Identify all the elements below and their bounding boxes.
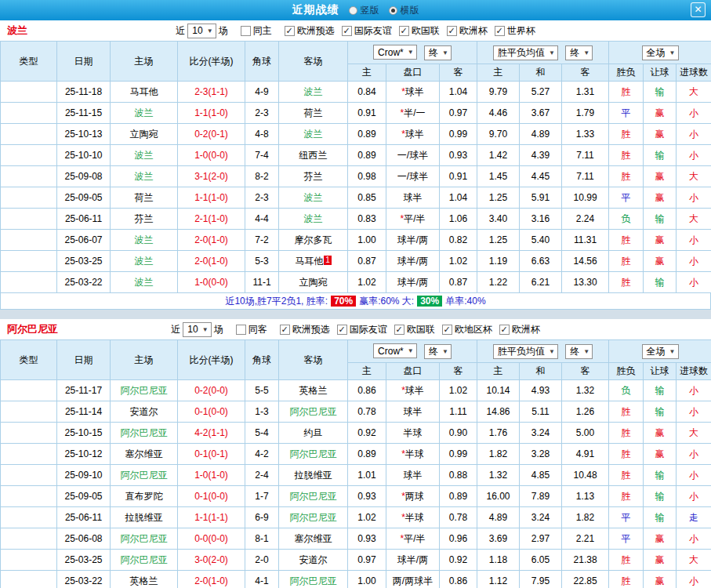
checkbox-checked-icon[interactable]: ✓ — [499, 325, 510, 335]
handicap-away-odds: 1.04 — [440, 187, 477, 209]
checkbox-checked-icon[interactable]: ✓ — [447, 26, 457, 36]
competition-label: 欧洲预选 — [292, 323, 330, 336]
match-type: 欧洲预选 — [1, 550, 57, 571]
europe-odds-value: 胜平负均值 — [498, 345, 545, 358]
corner-score: 4-1 — [245, 571, 279, 588]
checkbox-checked-icon[interactable]: ✓ — [342, 26, 352, 36]
handicap-line: *球半 — [386, 82, 440, 103]
radio-unselected-icon[interactable] — [349, 6, 357, 15]
competition-filter[interactable]: ✓欧国联 — [394, 323, 435, 336]
corner-score: 4-8 — [245, 124, 279, 145]
home-team: 波兰 — [111, 166, 178, 187]
checkbox-checked-icon[interactable]: ✓ — [442, 325, 452, 335]
sub-col-goals: 进球数 — [677, 64, 711, 82]
result-outcome: 平 — [609, 187, 644, 209]
competition-filter[interactable]: ✓欧洲预选 — [285, 24, 335, 38]
layout-mode-horizontal[interactable]: 横版 — [389, 4, 419, 17]
match-date: 25-06-08 — [57, 528, 111, 550]
recent-count-select[interactable]: 10 ▼ — [187, 24, 216, 38]
handicap-line: *球半 — [386, 380, 440, 401]
odds-company-value: Crow* — [378, 47, 404, 58]
handicap-outcome: 赢 — [644, 571, 677, 588]
win-odds: 4.89 — [477, 507, 520, 528]
competition-filter[interactable]: ✓欧洲预选 — [280, 323, 330, 336]
match-date: 25-09-10 — [57, 465, 111, 486]
match-date: 25-06-11 — [57, 209, 111, 230]
competition-filter[interactable]: ✓欧洲杯 — [447, 24, 488, 38]
handicap-outcome: 输 — [644, 465, 677, 486]
checkbox-checked-icon[interactable]: ✓ — [280, 325, 290, 335]
asterisk-mark: * — [401, 491, 405, 502]
win-odds: 4.46 — [477, 103, 520, 124]
sub-col-result: 胜负 — [609, 64, 644, 82]
chevron-down-icon: ▼ — [408, 347, 414, 354]
odds-company-select[interactable]: Crow*▼ — [373, 45, 417, 60]
odds-time-select[interactable]: 终▼ — [424, 45, 452, 60]
layout-mode-label[interactable]: 横版 — [401, 4, 419, 17]
match-row: 欧洲预选25-10-13立陶宛0-2(0-1)4-8波兰0.89*球半0.999… — [1, 124, 711, 145]
scope-select[interactable]: 全场▼ — [642, 45, 679, 60]
home-team: 波兰 — [111, 251, 178, 272]
asterisk-mark: * — [400, 213, 404, 224]
corner-score: 2-0 — [245, 550, 279, 571]
competition-filter[interactable]: ✓国际友谊 — [337, 323, 387, 336]
goals-outcome: 小 — [677, 528, 711, 550]
competition-filter[interactable]: ✓欧洲杯 — [499, 323, 540, 336]
europe-odds-select[interactable]: 胜平负均值▼ — [493, 344, 558, 359]
europe-odds-select[interactable]: 胜平负均值▼ — [493, 45, 558, 60]
home-team: 波兰 — [111, 145, 178, 166]
chevron-down-icon: ▼ — [442, 348, 448, 355]
away-team: 波兰 — [279, 187, 348, 209]
handicap-away-odds: 0.86 — [440, 571, 477, 588]
away-team: 波兰 — [279, 124, 348, 145]
match-score: 1-1(1-0) — [178, 103, 245, 124]
handicap-away-odds: 0.91 — [440, 166, 477, 187]
competition-filters: ✓欧洲预选✓国际友谊✓欧国联✓欧地区杯✓欧洲杯 — [273, 323, 540, 336]
scope-select[interactable]: 全场▼ — [642, 344, 679, 359]
checkbox-checked-icon[interactable]: ✓ — [399, 26, 409, 36]
close-button[interactable]: ✕ — [691, 2, 706, 17]
handicap-away-odds: 0.96 — [440, 528, 477, 550]
checkbox-checked-icon[interactable]: ✓ — [394, 325, 404, 335]
competition-filter[interactable]: ✓欧国联 — [399, 24, 440, 38]
home-team: 阿尔巴尼亚 — [111, 550, 178, 571]
goals-outcome: 小 — [677, 401, 711, 423]
checkbox-icon[interactable] — [236, 325, 246, 335]
handicap-away-odds: 0.89 — [440, 486, 477, 507]
competition-label: 欧洲预选 — [297, 24, 335, 38]
competition-filter[interactable]: ✓国际友谊 — [342, 24, 392, 38]
europe-time-select[interactable]: 终▼ — [565, 344, 593, 359]
radio-selected-icon[interactable] — [389, 6, 397, 15]
checkbox-checked-icon[interactable]: ✓ — [337, 325, 347, 335]
competition-filter[interactable]: ✓欧地区杯 — [442, 323, 492, 336]
handicap-line: 球半/两 — [386, 230, 440, 251]
checkbox-checked-icon[interactable]: ✓ — [495, 26, 505, 36]
same-venue-filter[interactable]: 同主 — [241, 24, 272, 38]
recent-count-select[interactable]: 10 ▼ — [183, 322, 211, 337]
match-date: 25-11-18 — [57, 82, 111, 103]
handicap-line: 球半/两 — [386, 550, 440, 571]
handicap-away-odds: 0.78 — [440, 507, 477, 528]
sub-col-lose: 客 — [562, 363, 609, 380]
big-rate-badge: 30% — [417, 296, 442, 307]
match-score: 0-1(0-0) — [178, 486, 245, 507]
col-away: 客场 — [279, 340, 348, 380]
odds-time-select[interactable]: 终▼ — [424, 344, 452, 359]
checkbox-icon[interactable] — [241, 26, 251, 36]
checkbox-checked-icon[interactable]: ✓ — [285, 26, 295, 36]
away-team: 英格兰 — [279, 380, 348, 401]
corner-score: 2-3 — [245, 103, 279, 124]
europe-time-select[interactable]: 终▼ — [565, 45, 593, 60]
competition-filter[interactable]: ✓世界杯 — [495, 24, 535, 38]
handicap-away-odds: 1.02 — [440, 251, 477, 272]
lose-odds: 1.26 — [562, 401, 609, 423]
handicap-line: 球半 — [386, 465, 440, 486]
layout-mode-vertical[interactable]: 竖版 — [349, 4, 379, 17]
chevron-down-icon: ▼ — [669, 49, 676, 56]
odds-company-select[interactable]: Crow*▼ — [373, 343, 417, 358]
sub-col-goals: 进球数 — [677, 363, 711, 380]
same-venue-filter[interactable]: 同客 — [236, 323, 267, 336]
match-row: 欧洲预选25-03-25波兰2-0(1-0)5-3马耳他10.87球半/两1.0… — [1, 251, 711, 272]
handicap-line: *平/半 — [386, 209, 440, 230]
layout-mode-label[interactable]: 竖版 — [361, 4, 379, 17]
